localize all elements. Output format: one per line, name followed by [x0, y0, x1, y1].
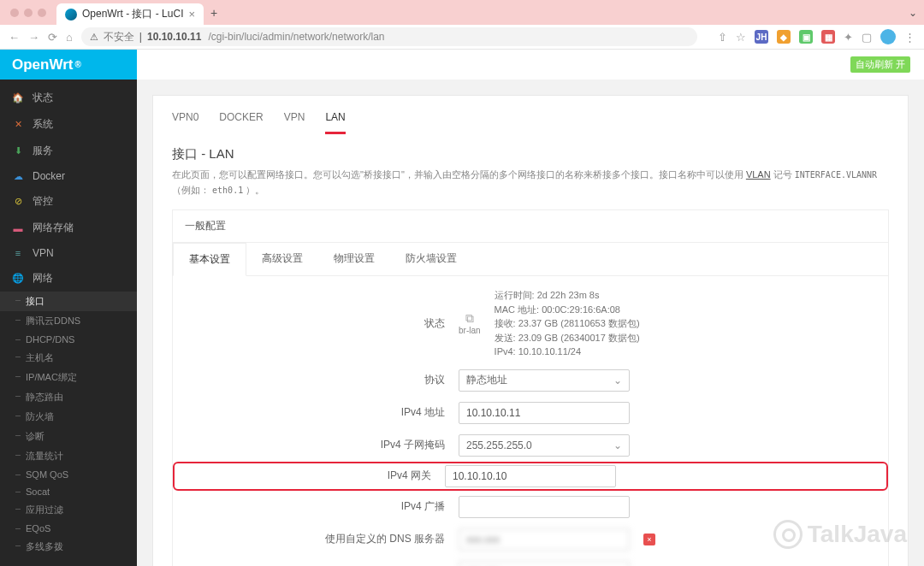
storage-icon: ▬: [12, 223, 24, 233]
watermark-icon: [773, 520, 803, 549]
sidebar-sub-routes[interactable]: 静态路由: [0, 387, 137, 407]
address-bar[interactable]: ⚠ 不安全 | 10.10.10.11/cgi-bin/luci/admin/n…: [81, 27, 697, 46]
ipv4-address-input[interactable]: [459, 402, 630, 424]
row-ipv4-address: IPv4 地址: [173, 397, 888, 429]
panel-icon[interactable]: ▢: [862, 31, 872, 44]
download-icon: ⬇: [12, 145, 24, 156]
sidebar-sub-interfaces[interactable]: 接口: [0, 292, 137, 311]
status-lines: 运行时间: 2d 22h 23m 8s MAC 地址: 00:0C:29:16:…: [495, 288, 640, 359]
sidebar-sub-ipmac[interactable]: IP/MAC绑定: [0, 368, 137, 387]
menu-icon[interactable]: ⋮: [904, 31, 915, 44]
row-ipv4-mask: IPv4 子网掩码 255.255.255.0: [173, 429, 888, 462]
autorefresh-badge[interactable]: 自动刷新 开: [850, 56, 910, 73]
traffic-light-close[interactable]: [10, 9, 19, 17]
sidebar-sub-hostname[interactable]: 主机名: [0, 348, 137, 368]
extension-icon[interactable]: JH: [755, 30, 768, 44]
share-icon[interactable]: ⇧: [718, 31, 727, 44]
sidebar-sub-appfilter[interactable]: 应用过滤: [0, 500, 137, 520]
subtab-advanced[interactable]: 高级设置: [246, 243, 318, 275]
back-icon[interactable]: ←: [9, 31, 20, 44]
forward-icon[interactable]: →: [28, 31, 39, 44]
general-config-box: 一般配置 基本设置 高级设置 物理设置 防火墙设置 状态 ⧉ br-lan: [172, 209, 889, 566]
profile-avatar[interactable]: [880, 29, 896, 44]
sidebar-item-status[interactable]: 🏠状态: [0, 85, 137, 111]
dns-input-1[interactable]: [459, 528, 630, 551]
expand-tabs-icon[interactable]: ⌄: [909, 7, 917, 19]
vpn-icon: ≡: [12, 248, 24, 258]
extension-icon[interactable]: ▣: [799, 30, 813, 44]
sidebar-item-storage[interactable]: ▬网络存储: [0, 215, 137, 241]
subtab-basic[interactable]: 基本设置: [173, 243, 246, 276]
extension-icon[interactable]: ◆: [777, 30, 791, 44]
row-protocol: 协议 静态地址: [173, 364, 888, 397]
protocol-select[interactable]: 静态地址: [459, 369, 630, 392]
sidebar-sub-socat[interactable]: Socat: [0, 483, 137, 500]
sidebar-sub-eqos[interactable]: EQoS: [0, 520, 137, 537]
row-dns-2: ✚: [173, 556, 888, 566]
home-icon[interactable]: ⌂: [66, 31, 73, 44]
row-ipv4-gateway: IPv4 网关: [173, 462, 888, 491]
tools-icon: ✕: [12, 119, 24, 130]
section-title: 接口 - LAN: [172, 146, 889, 162]
brand-logo[interactable]: OpenWrt®: [0, 50, 137, 80]
vlan-link[interactable]: VLAN: [746, 169, 771, 180]
docker-icon: ☁: [12, 171, 24, 182]
sidebar-item-docker[interactable]: ☁Docker: [0, 164, 137, 188]
main-content: 自动刷新 开 VPN0 DOCKER VPN LAN 接口 - LAN 在此页面…: [137, 50, 924, 566]
sidebar-sub-ddns[interactable]: 腾讯云DDNS: [0, 311, 137, 331]
bridge-icon: ⧉: [459, 311, 481, 326]
row-ipv4-broadcast: IPv4 广播: [173, 491, 888, 523]
tab-vpn0[interactable]: VPN0: [172, 111, 198, 134]
sidebar-item-vpn[interactable]: ≡VPN: [0, 241, 137, 265]
subtab-physical[interactable]: 物理设置: [318, 243, 390, 275]
ipv4-gateway-input[interactable]: [445, 465, 616, 487]
control-icon: ⊘: [12, 196, 24, 207]
topbar: 自动刷新 开: [137, 50, 924, 80]
dns-input-2[interactable]: [459, 561, 630, 566]
favicon: [65, 9, 77, 21]
bookmark-icon[interactable]: ☆: [736, 31, 746, 44]
sidebar-item-system[interactable]: ✕系统: [0, 111, 137, 138]
general-config-head: 一般配置: [173, 210, 888, 243]
ipv4-mask-select[interactable]: 255.255.255.0: [459, 434, 630, 457]
traffic-light-max[interactable]: [38, 9, 46, 17]
device-icon-block: ⧉ br-lan: [459, 311, 481, 335]
ipv4-broadcast-input[interactable]: [459, 496, 630, 518]
traffic-light-min[interactable]: [24, 9, 33, 17]
delete-dns-icon[interactable]: ×: [643, 534, 655, 545]
subtab-firewall[interactable]: 防火墙设置: [390, 243, 472, 275]
extension-icon[interactable]: ▦: [821, 30, 835, 44]
sidebar: OpenWrt® 🏠状态 ✕系统 ⬇服务 ☁Docker ⊘管控 ▬网络存储 ≡…: [0, 50, 137, 566]
sidebar-item-services[interactable]: ⬇服务: [0, 138, 137, 164]
url-host: 10.10.10.11: [147, 31, 201, 43]
sidebar-item-network[interactable]: 🌐网络: [0, 265, 137, 292]
extensions-icon[interactable]: ✦: [844, 31, 853, 44]
sidebar-sub-traffic[interactable]: 流量统计: [0, 446, 137, 466]
sidebar-sub-dhcp[interactable]: DHCP/DNS: [0, 331, 137, 348]
tab-vpn[interactable]: VPN: [284, 111, 305, 134]
home-icon: 🏠: [12, 92, 24, 103]
url-path: /cgi-bin/luci/admin/network/network/lan: [208, 31, 384, 43]
window-controls: [10, 9, 46, 17]
config-panel: VPN0 DOCKER VPN LAN 接口 - LAN 在此页面，您可以配置网…: [152, 95, 909, 566]
browser-toolbar: ← → ⟳ ⌂ ⚠ 不安全 | 10.10.10.11/cgi-bin/luci…: [0, 25, 924, 50]
sidebar-sub-firewall[interactable]: 防火墙: [0, 407, 137, 427]
tab-docker[interactable]: DOCKER: [219, 111, 263, 134]
tab-title: OpenWrt - 接口 - LuCI: [82, 7, 183, 21]
row-status: 状态 ⧉ br-lan 运行时间: 2d 22h 23m 8s MAC 地址: …: [173, 283, 888, 364]
close-tab-icon[interactable]: ×: [188, 8, 195, 21]
watermark: TalkJava: [773, 520, 907, 549]
browser-tab[interactable]: OpenWrt - 接口 - LuCI ×: [56, 3, 204, 25]
section-description: 在此页面，您可以配置网络接口。您可以勾选"桥接接口"，并输入由空格分隔的多个网络…: [172, 168, 889, 198]
sidebar-sub-mwan[interactable]: 多线多拨: [0, 537, 137, 557]
sidebar-sub-diag[interactable]: 诊断: [0, 427, 137, 446]
config-subtabs: 基本设置 高级设置 物理设置 防火墙设置: [173, 243, 888, 276]
insecure-icon: ⚠: [90, 32, 98, 43]
sidebar-sub-sqm[interactable]: SQM QoS: [0, 466, 137, 483]
tab-lan[interactable]: LAN: [325, 111, 345, 134]
sidebar-item-control[interactable]: ⊘管控: [0, 188, 137, 215]
browser-tab-strip: OpenWrt - 接口 - LuCI × + ⌄: [0, 0, 924, 25]
reload-icon[interactable]: ⟳: [48, 31, 57, 44]
insecure-label: 不安全: [104, 30, 134, 44]
new-tab-button[interactable]: +: [210, 6, 217, 20]
